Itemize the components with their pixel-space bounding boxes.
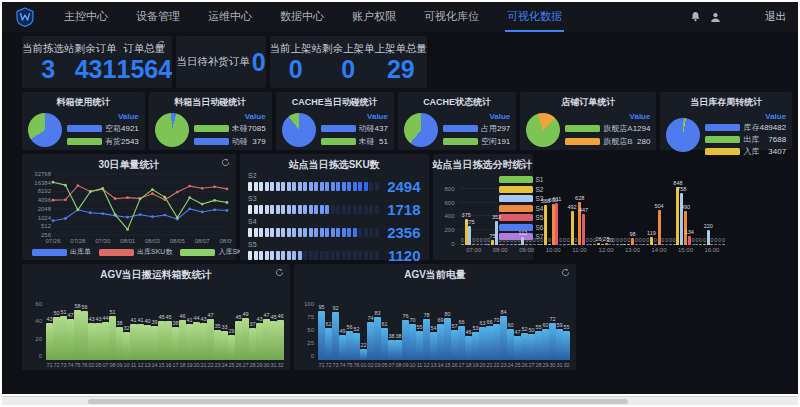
bar [487,244,490,245]
refresh-icon[interactable] [221,158,230,167]
bar [493,324,500,360]
bar [597,243,600,245]
panel-agv-battery-chart: AGV当前电量 02550751009571627292734974567552… [294,264,576,370]
nav-right: 退出 [690,10,786,24]
bar [158,321,165,360]
nav-item-1[interactable]: 主控中心 [62,2,110,32]
nav-item-4[interactable]: 数据中心 [278,2,326,32]
bar-segment [276,228,280,237]
bar-column: 5226 [521,326,528,368]
sku-value: 2494 [379,180,421,193]
x-axis-label: 75 [346,362,352,368]
scrollbar-thumb[interactable] [88,399,628,404]
legend-value: 489482 [759,123,786,132]
bar [646,244,649,245]
bar-value-label: 0 [503,237,506,243]
bar-value-label: 119 [647,230,656,236]
panel-picking-stats: 当前拣选站 3 剩余订单 431 订单总量 1564 [22,36,172,88]
agv-battery-chart: 0255075100957162729273497456755276220174… [294,280,576,368]
bar-segment [270,182,274,191]
legend-label: 空箱 [105,123,121,134]
chart-title: AGV当日搬运料箱数统计 [22,264,290,280]
horizontal-scrollbar[interactable] [2,396,798,405]
legend-dash-icon [99,249,134,256]
bar [699,244,702,245]
svg-text:1024: 1024 [38,215,52,221]
bar-value-label: 41 [186,317,192,323]
x-axis-label: 29 [542,362,548,368]
bar [374,317,381,360]
bar [673,244,676,245]
user-icon[interactable] [710,12,721,23]
bar-value-label: 35 [214,323,220,329]
x-axis-label: 20 [193,362,199,368]
nav-item-7[interactable]: 可视化数据 [505,2,564,32]
bell-icon[interactable] [690,11,701,23]
bar-value-label: 0 [533,237,536,243]
pie-legend: Value库存489482出库7688入库3407 [705,112,786,157]
bar-column: 3914 [151,319,158,368]
pie-chart [404,113,438,147]
bar-group: 08487584901340015:00 [672,183,698,254]
x-axis-label: 13 [430,362,436,368]
bar [416,331,423,360]
bar-segment [281,251,285,260]
bar [639,244,642,245]
stat-value: 0 [270,57,323,82]
svg-text:8192: 8192 [38,188,52,194]
legend-label: 出库 [743,134,768,145]
x-axis-label: 71 [318,362,324,368]
bar-value-label: 0 [540,237,543,243]
bar [623,244,626,245]
sku-value: 1718 [379,203,421,216]
x-axis-label: 20 [479,362,485,368]
bar [525,244,528,245]
x-axis-label: 13:00 [625,247,640,254]
bar-segment [342,205,346,214]
sku-bar-line: 1120 [248,249,421,262]
legend-dash-icon [705,148,740,155]
bar-column: 5276 [353,326,360,368]
bar-segment [347,182,351,191]
bar [571,211,574,245]
nav-item-5[interactable]: 账户权限 [350,2,398,32]
bar-column: 3728 [249,321,256,368]
logout-button[interactable]: 退出 [765,10,786,24]
nav-item-3[interactable]: 运维中心 [206,2,254,32]
pie-body: Value动碰437未碰51 [282,112,388,147]
nav-item-6[interactable]: 可视化库位 [422,2,481,32]
bar-value-label: 74 [367,315,373,321]
stat-value: 0 [252,50,266,75]
bar [458,326,465,360]
bar-column: 7609 [402,313,409,368]
bar [430,332,437,360]
bar [88,323,95,360]
legend-value-header: Value [565,112,650,121]
bar-segment [314,205,318,214]
refresh-icon[interactable] [157,40,166,49]
refresh-icon[interactable] [275,268,284,277]
bar-segment [353,228,357,237]
bar-group: 00220000016:00 [699,183,725,254]
x-axis-label: 23 [500,362,506,368]
app-logo-icon[interactable] [14,6,36,28]
refresh-icon[interactable] [518,158,527,167]
sku-bar-list: S22494S31718S42356S51120 [248,172,421,262]
svg-text:07/26: 07/26 [45,238,61,244]
bar-segment [303,182,307,191]
bar-segment [364,182,368,191]
bar-value-label: 43 [256,316,262,322]
x-axis-label: 72 [325,362,331,368]
y-axis-label: 20 [24,336,42,342]
bar-column: 8303 [374,310,381,368]
refresh-icon[interactable] [561,268,570,277]
bar-column: 9571 [318,304,325,368]
bar-segment [369,182,373,191]
bars: 0588060061100 [540,183,566,245]
bar-segment [259,205,263,214]
bar-value-label: 0 [635,237,638,243]
x-axis-label: 17 [172,362,178,368]
nav-item-2[interactable]: 设备管理 [134,2,182,32]
x-axis-label: 23 [214,362,220,368]
legend-dash-icon [443,138,478,145]
